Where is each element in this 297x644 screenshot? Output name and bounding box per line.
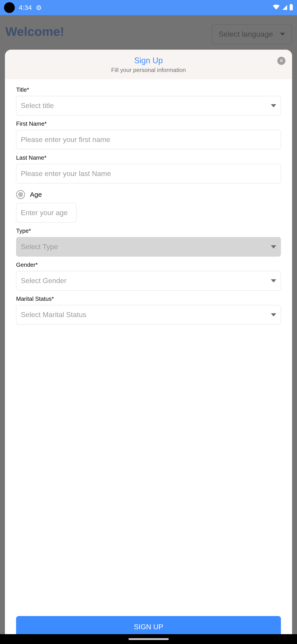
type-label: Type* bbox=[16, 228, 162, 234]
age-placeholder: Enter your age bbox=[21, 209, 68, 217]
gear-icon: ⚙ bbox=[36, 4, 42, 12]
gender-select-text: Select Gender bbox=[21, 276, 67, 285]
gender-select[interactable]: Select Gender bbox=[16, 271, 162, 290]
age-input[interactable]: Enter your age bbox=[16, 203, 76, 222]
title-label: Title* bbox=[16, 86, 162, 93]
gender-label: Gender* bbox=[16, 262, 162, 268]
status-clock: 4:34 bbox=[19, 4, 32, 12]
title-select[interactable]: Select title bbox=[16, 96, 162, 116]
first-name-label: First Name* bbox=[16, 120, 162, 127]
last-name-label: Last Name* bbox=[16, 154, 162, 161]
modal-title: Sign Up bbox=[10, 56, 162, 65]
modal-subtitle: Fill your personal information bbox=[10, 67, 162, 74]
type-select[interactable]: Select Type bbox=[16, 237, 162, 256]
title-select-text: Select title bbox=[21, 102, 54, 110]
modal-body: Title* Select title First Name* Please e… bbox=[5, 79, 162, 351]
first-name-input[interactable]: Please enter your first name bbox=[16, 130, 162, 149]
signup-modal: Sign Up Fill your personal information ✕… bbox=[5, 50, 162, 351]
last-name-placeholder: Please enter your last Name bbox=[21, 170, 111, 178]
age-radio-label: Age bbox=[30, 191, 42, 198]
type-select-text: Select Type bbox=[21, 242, 58, 251]
marital-status-label: Marital Status* bbox=[16, 296, 162, 302]
marital-status-select-text: Select Marital Status bbox=[21, 310, 86, 319]
marital-status-select[interactable]: Select Marital Status bbox=[16, 305, 162, 324]
last-name-input[interactable]: Please enter your last Name bbox=[16, 164, 162, 183]
status-dot-icon bbox=[4, 2, 15, 13]
status-bar: 4:34 ⚙ bbox=[0, 0, 162, 15]
age-radio[interactable] bbox=[16, 190, 25, 199]
modal-header: Sign Up Fill your personal information ✕ bbox=[5, 50, 162, 79]
first-name-placeholder: Please enter your first name bbox=[21, 136, 110, 144]
